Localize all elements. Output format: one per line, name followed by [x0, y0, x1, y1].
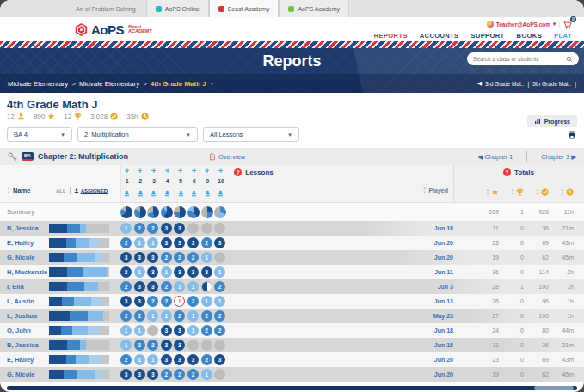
lesson-score-circle[interactable]: 1	[187, 310, 199, 322]
lesson-score-circle[interactable]: 3	[214, 354, 225, 365]
prev-chapter-link[interactable]: ◀ Chapter 1	[477, 153, 513, 161]
lesson-score-circle[interactable]: 2	[147, 296, 158, 307]
lesson-score-circle[interactable]: 2	[120, 237, 132, 248]
lesson-score-circle[interactable]: 3	[161, 354, 172, 365]
level-select[interactable]: BA 4 ▼	[7, 127, 72, 142]
lesson-score-circle[interactable]: 2	[201, 354, 212, 365]
student-name-link[interactable]: E, Hailey	[0, 356, 49, 364]
lesson-score-circle[interactable]: 3	[147, 252, 158, 263]
lesson-score-circle[interactable]: 2	[214, 281, 225, 292]
lesson-score-circle[interactable]: 3	[187, 354, 199, 365]
sort-by-trophies[interactable]: ▲▼	[499, 188, 524, 196]
search-icon[interactable]	[566, 56, 573, 63]
breadcrumb-school[interactable]: Midvale Elementary	[8, 80, 68, 88]
prev-class-arrow-icon[interactable]: ◀	[477, 80, 482, 87]
lesson-score-circle[interactable]: 1	[120, 340, 132, 351]
student-name-link[interactable]: H, Mackenzie	[0, 268, 49, 276]
lesson-score-circle[interactable]: 2	[161, 369, 172, 380]
lesson-score-circle[interactable]: 2	[134, 340, 145, 351]
lesson-score-circle[interactable]	[214, 223, 225, 234]
lesson-link-icon[interactable]	[151, 162, 157, 177]
nav-support[interactable]: SUPPORT	[471, 32, 505, 40]
lesson-score-circle[interactable]: 1	[161, 266, 172, 278]
assign-lesson-icon[interactable]	[204, 185, 212, 200]
lesson-score-circle[interactable]	[187, 340, 199, 351]
lesson-score-circle[interactable]: 1	[214, 296, 225, 307]
lesson-score-circle[interactable]: 3	[161, 237, 172, 248]
tab-beast-academy[interactable]: Beast Academy	[209, 0, 280, 17]
lesson-score-circle[interactable]: 2	[161, 296, 172, 307]
lesson-score-circle[interactable]: 3	[120, 369, 132, 380]
lesson-score-circle[interactable]: 2	[214, 325, 225, 336]
nav-play[interactable]: PLAY	[554, 32, 572, 40]
lesson-score-circle[interactable]: 2	[134, 310, 145, 322]
lesson-score-circle[interactable]: 2	[174, 252, 185, 263]
lesson-score-circle[interactable]: 1	[214, 266, 225, 278]
lesson-score-circle[interactable]: 1	[201, 369, 212, 380]
assign-lesson-icon[interactable]	[190, 185, 198, 200]
lesson-link-icon[interactable]	[124, 162, 131, 177]
lesson-score-circle[interactable]: 1	[174, 281, 185, 292]
lesson-link-icon[interactable]	[191, 162, 198, 177]
nav-accounts[interactable]: ACCOUNTS	[420, 32, 459, 40]
help-icon[interactable]: ?	[503, 168, 511, 176]
lesson-score-circle[interactable]: 2	[147, 340, 158, 351]
lesson-score-circle[interactable]: 3	[174, 237, 185, 248]
lesson-link-icon[interactable]	[204, 162, 211, 177]
class-link-3rd-grade[interactable]: 3rd Grade Mat..	[485, 81, 525, 87]
cart-button[interactable]: 0	[562, 20, 572, 29]
lesson-score-circle[interactable]: 3	[161, 340, 172, 351]
lesson-score-circle[interactable]: 2	[174, 310, 185, 322]
lesson-score-circle[interactable]: 2	[201, 325, 212, 336]
lesson-score-circle[interactable]	[201, 223, 212, 234]
assign-lesson-icon[interactable]	[137, 185, 144, 200]
lesson-score-circle[interactable]: 3	[174, 223, 185, 234]
assign-lesson-icon[interactable]	[150, 185, 157, 200]
student-name-link[interactable]: G, Nicole	[0, 371, 49, 378]
help-icon[interactable]: ?	[234, 168, 242, 176]
lesson-score-circle[interactable]: 3	[174, 325, 185, 336]
nav-reports[interactable]: REPORTS	[374, 32, 408, 40]
sort-by-name[interactable]: ▲▼ Name	[7, 187, 30, 194]
next-chapter-link[interactable]: Chapter 3 ▶	[541, 153, 576, 161]
lesson-score-circle[interactable]: 2	[161, 281, 172, 292]
overview-link[interactable]: Overview	[209, 153, 245, 161]
lesson-score-circle[interactable]: 2	[147, 223, 158, 234]
lesson-score-circle[interactable]: 1	[187, 281, 199, 292]
lesson-score-circle[interactable]	[201, 281, 212, 292]
search-input[interactable]	[473, 56, 562, 62]
lesson-score-circle[interactable]: 3	[134, 296, 145, 307]
lesson-score-circle[interactable]: 2	[201, 237, 212, 248]
student-name-link[interactable]: B, Jessica	[0, 224, 49, 232]
lesson-score-circle[interactable]: 3	[187, 266, 199, 278]
lesson-score-circle[interactable]: 1	[120, 325, 132, 336]
lesson-score-circle[interactable]: 3	[174, 266, 185, 278]
lesson-score-circle[interactable]: !	[174, 296, 185, 307]
student-name-link[interactable]: I, Ella	[0, 283, 49, 291]
lesson-link-icon[interactable]	[218, 162, 224, 177]
print-button[interactable]	[567, 130, 577, 140]
lesson-score-circle[interactable]: 3	[174, 340, 185, 351]
nav-books[interactable]: BOOKS	[517, 32, 543, 40]
lesson-score-circle[interactable]: 3	[134, 369, 145, 380]
lesson-score-circle[interactable]: 1	[147, 310, 158, 322]
student-name-link[interactable]: L, Joshua	[0, 312, 49, 320]
lesson-score-circle[interactable]: 3	[120, 252, 132, 263]
lesson-score-circle[interactable]	[147, 325, 158, 336]
lesson-score-circle[interactable]: 2	[214, 310, 225, 322]
lesson-score-circle[interactable]: 2	[201, 310, 212, 322]
chevron-down-icon[interactable]: ▼	[210, 81, 214, 86]
assign-lesson-icon[interactable]	[217, 185, 224, 200]
lesson-link-icon[interactable]	[137, 162, 144, 177]
lesson-score-circle[interactable]: 3	[161, 223, 172, 234]
lesson-score-circle[interactable]: 2	[161, 252, 172, 263]
student-name-link[interactable]: B, Jessica	[0, 341, 49, 349]
lesson-score-circle[interactable]: 3	[147, 369, 158, 380]
lesson-score-circle[interactable]: 2	[187, 252, 199, 263]
tab-art-of-problem-solving[interactable]: Art of Problem Solving	[76, 0, 136, 17]
scrollbar-thumb[interactable]	[534, 386, 574, 390]
breadcrumb-current-class[interactable]: 4th Grade Math J	[151, 80, 206, 88]
lesson-score-circle[interactable]: 2	[120, 310, 132, 322]
tab-aops-academy[interactable]: AoPS Academy	[279, 0, 349, 17]
lesson-score-circle[interactable]: 1	[161, 310, 172, 322]
